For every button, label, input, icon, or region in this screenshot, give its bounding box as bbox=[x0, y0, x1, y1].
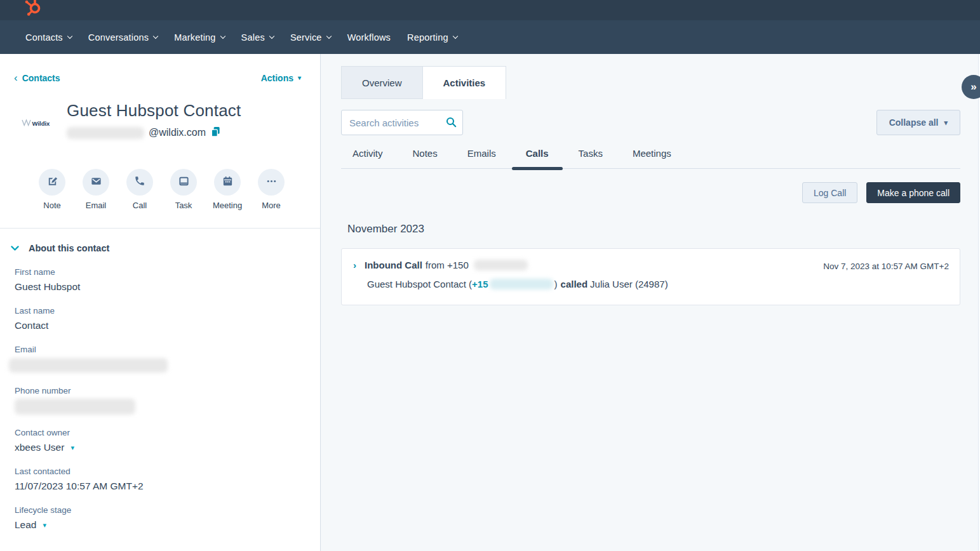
hubspot-logo-icon[interactable] bbox=[24, 0, 43, 18]
email-button[interactable]: Email bbox=[81, 169, 111, 210]
note-button[interactable]: Note bbox=[37, 169, 67, 210]
field-first-name: First name Guest Hubspot bbox=[11, 267, 305, 293]
contact-owner-value[interactable]: xbees User bbox=[15, 442, 64, 453]
field-contact-owner: Contact owner xbees User ▾ bbox=[11, 428, 305, 453]
filter-tab-activity[interactable]: Activity bbox=[352, 148, 383, 168]
chevron-left-icon: ‹ bbox=[14, 74, 18, 82]
last-contacted-value: 11/07/2023 10:57 AM GMT+2 bbox=[15, 481, 305, 492]
more-button[interactable]: More bbox=[257, 169, 286, 210]
field-label: Contact owner bbox=[15, 428, 305, 437]
call-label: Call bbox=[133, 201, 147, 210]
event-detail-close: ) bbox=[554, 279, 558, 289]
back-to-contacts-link[interactable]: ‹ Contacts bbox=[14, 73, 60, 83]
filter-tab-notes[interactable]: Notes bbox=[413, 148, 438, 168]
more-label: More bbox=[262, 201, 281, 210]
make-phone-call-button[interactable]: Make a phone call bbox=[866, 182, 960, 203]
redacted-phone-value bbox=[15, 399, 135, 415]
chevron-down-icon bbox=[220, 33, 225, 38]
copy-icon[interactable] bbox=[210, 126, 221, 140]
event-detail-prefix: Guest Hubspot Contact ( bbox=[367, 279, 472, 289]
contact-sidebar: ‹ Contacts Actions ▾ Wildix Guest Hubspo… bbox=[0, 54, 321, 551]
field-value[interactable]: Contact bbox=[15, 320, 305, 331]
filter-tab-calls[interactable]: Calls bbox=[526, 148, 549, 168]
nav-item-label: Workflows bbox=[347, 32, 391, 43]
chevron-down-icon bbox=[326, 33, 331, 38]
field-last-name: Last name Contact bbox=[11, 306, 305, 331]
chevron-down-icon bbox=[11, 242, 19, 254]
nav-item-label: Service bbox=[290, 32, 322, 43]
timeline-month-header: November 2023 bbox=[347, 223, 980, 236]
main-tabs: Overview Activities bbox=[321, 54, 980, 99]
chevron-down-icon bbox=[153, 33, 158, 38]
calendar-icon bbox=[222, 175, 234, 190]
nav-item-contacts[interactable]: Contacts bbox=[25, 32, 72, 43]
active-tab-indicator bbox=[512, 167, 563, 170]
event-callee: Julia User (24987) bbox=[590, 279, 668, 289]
actions-label: Actions bbox=[261, 73, 293, 83]
filter-tab-label: Tasks bbox=[579, 148, 603, 159]
collapse-all-button[interactable]: Collapse all ▾ bbox=[876, 110, 960, 135]
wildix-mark-icon bbox=[22, 120, 30, 126]
field-value[interactable]: Guest Hubspot bbox=[15, 281, 305, 293]
filter-tab-label: Activity bbox=[352, 148, 383, 159]
nav-item-service[interactable]: Service bbox=[290, 32, 331, 43]
main-navigation: Contacts Conversations Marketing Sales S… bbox=[0, 20, 980, 54]
about-section-toggle[interactable]: About this contact bbox=[11, 242, 305, 254]
filter-tab-emails[interactable]: Emails bbox=[467, 148, 496, 168]
log-call-label: Log Call bbox=[814, 188, 846, 198]
redacted-phone-link bbox=[490, 279, 553, 289]
actions-dropdown-button[interactable]: Actions ▾ bbox=[261, 73, 301, 83]
field-email: Email bbox=[11, 345, 305, 373]
quick-actions-row: Note Email Call Task bbox=[0, 140, 320, 210]
nav-item-marketing[interactable]: Marketing bbox=[174, 32, 224, 43]
avatar-brand-label: Wildix bbox=[32, 120, 51, 127]
search-icon[interactable] bbox=[445, 116, 457, 131]
field-label: Lifecycle stage bbox=[15, 505, 305, 515]
tab-overview[interactable]: Overview bbox=[341, 66, 423, 99]
call-event-card: › Inbound Call from +150 Nov 7, 2023 at … bbox=[341, 248, 960, 305]
lifecycle-stage-value[interactable]: Lead bbox=[15, 519, 36, 531]
chevron-down-icon bbox=[452, 33, 457, 38]
field-lifecycle-stage: Lifecycle stage Lead ▾ bbox=[11, 505, 305, 531]
nav-item-reporting[interactable]: Reporting bbox=[407, 32, 457, 43]
meeting-label: Meeting bbox=[213, 201, 242, 210]
event-timestamp: Nov 7, 2023 at 10:57 AM GMT+2 bbox=[823, 262, 949, 271]
nav-item-sales[interactable]: Sales bbox=[241, 32, 274, 43]
filter-tab-label: Meetings bbox=[633, 148, 671, 159]
meeting-button[interactable]: Meeting bbox=[213, 169, 242, 210]
expand-event-chevron-icon[interactable]: › bbox=[353, 260, 356, 270]
nav-item-label: Conversations bbox=[88, 32, 149, 43]
filter-tab-label: Calls bbox=[526, 148, 549, 159]
event-title[interactable]: Inbound Call bbox=[365, 260, 422, 270]
caret-down-icon[interactable]: ▾ bbox=[70, 444, 74, 452]
tab-activities[interactable]: Activities bbox=[423, 66, 507, 99]
redacted-caller-number bbox=[474, 260, 528, 270]
double-chevron-right-icon: » bbox=[970, 81, 976, 93]
task-icon bbox=[178, 175, 190, 190]
task-button[interactable]: Task bbox=[169, 169, 198, 210]
event-from-text: from +150 bbox=[426, 260, 469, 270]
activity-main-panel: » Overview Activities Collapse all ▾ Act… bbox=[321, 54, 980, 551]
chevron-down-icon bbox=[67, 33, 72, 38]
filter-tab-tasks[interactable]: Tasks bbox=[579, 148, 603, 168]
nav-item-label: Contacts bbox=[25, 32, 63, 43]
caret-down-icon[interactable]: ▾ bbox=[43, 521, 46, 529]
chevron-down-icon bbox=[269, 33, 274, 38]
contact-email-domain: @wildix.com bbox=[149, 127, 206, 138]
filter-tab-label: Notes bbox=[413, 148, 438, 159]
nav-item-workflows[interactable]: Workflows bbox=[347, 32, 391, 43]
log-call-button[interactable]: Log Call bbox=[802, 182, 857, 203]
filter-tab-meetings[interactable]: Meetings bbox=[633, 148, 671, 168]
event-phone-link[interactable]: +15 bbox=[472, 279, 488, 289]
tab-label: Activities bbox=[443, 77, 486, 88]
nav-item-label: Reporting bbox=[407, 32, 448, 43]
nav-item-label: Marketing bbox=[174, 32, 215, 43]
contact-name: Guest Hubspot Contact bbox=[67, 101, 241, 121]
redacted-email-value bbox=[9, 358, 168, 373]
filter-tab-label: Emails bbox=[467, 148, 496, 159]
collapse-all-label: Collapse all bbox=[889, 117, 939, 128]
nav-item-conversations[interactable]: Conversations bbox=[88, 32, 158, 43]
call-button[interactable]: Call bbox=[125, 169, 154, 210]
search-activities-box bbox=[341, 110, 463, 135]
email-label: Email bbox=[86, 201, 107, 210]
